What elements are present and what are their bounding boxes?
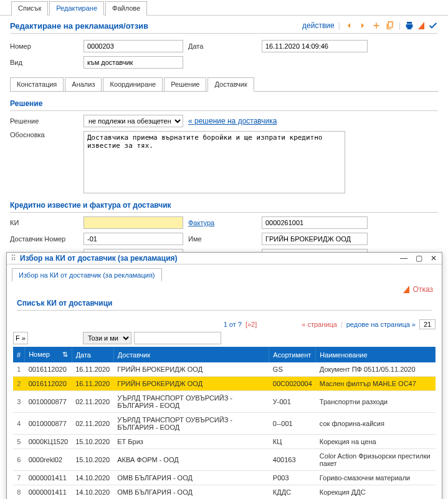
ki-field[interactable] — [83, 216, 183, 229]
edit-toolbar: действие | | — [302, 21, 438, 31]
tab-supplier[interactable]: Доставчик — [207, 77, 254, 92]
copy-icon[interactable] — [385, 21, 395, 31]
modal-ki-picker: ⠿ Избор на КИ от доставчик (за рекламаци… — [6, 252, 442, 264]
kind-label: Вид — [10, 59, 79, 66]
invoice-field[interactable] — [262, 216, 368, 229]
supplier-decision-link[interactable]: « решение на доставчика — [188, 117, 438, 125]
print-icon[interactable] — [404, 21, 414, 31]
credit-section-title: Кредитно известие и фактура от доставчик — [10, 201, 438, 213]
solution-label: Решение — [10, 117, 79, 125]
maximize-icon[interactable]: ▢ — [414, 254, 423, 263]
supplier-name-label: Име — [188, 235, 257, 243]
supplier-num-label: Доставчик Номер — [10, 235, 79, 243]
modal-title: Избор на КИ от доставчик (за рекламация) — [20, 254, 178, 263]
tab-files[interactable]: Файлове — [105, 1, 147, 16]
next-icon[interactable] — [358, 21, 368, 31]
action-label[interactable]: действие — [302, 21, 335, 30]
justification-label: Обосновка — [10, 131, 79, 138]
add-icon[interactable] — [371, 21, 381, 31]
number-field[interactable] — [83, 40, 183, 52]
top-tabs: Списък Редактиране Файлове — [0, 0, 448, 16]
edit-title: Редактиране на рекламация/отзив — [10, 21, 148, 31]
solution-section-title: Решение — [10, 99, 438, 111]
justification-textarea[interactable] — [83, 131, 345, 193]
discard-icon[interactable] — [418, 22, 424, 29]
close-icon[interactable]: ✕ — [429, 254, 438, 263]
date-field — [262, 40, 368, 52]
prev-icon[interactable] — [344, 21, 354, 31]
date-label: Дата — [188, 42, 257, 50]
solution-select[interactable]: не подлежи на обезщетения — [83, 115, 183, 127]
kind-field[interactable] — [83, 56, 183, 69]
minimize-icon[interactable]: — — [399, 254, 408, 263]
tab-list[interactable]: Списък — [11, 1, 48, 16]
confirm-icon[interactable] — [428, 21, 438, 31]
tab-finding[interactable]: Констатация — [10, 77, 64, 91]
supplier-num-field[interactable] — [83, 233, 183, 245]
supplier-name-field — [262, 233, 368, 245]
number-label: Номер — [10, 42, 79, 50]
ki-label: КИ — [10, 219, 79, 226]
tab-solution[interactable]: Решение — [164, 77, 206, 91]
tab-coordination[interactable]: Координиране — [103, 77, 163, 91]
tab-analysis[interactable]: Анализ — [65, 77, 102, 91]
main-form: Номер Дата Вид — [10, 40, 438, 69]
tab-edit[interactable]: Редактиране — [49, 1, 104, 16]
invoice-link[interactable]: Фактура — [188, 219, 257, 226]
grip-icon[interactable]: ⠿ — [11, 254, 16, 263]
